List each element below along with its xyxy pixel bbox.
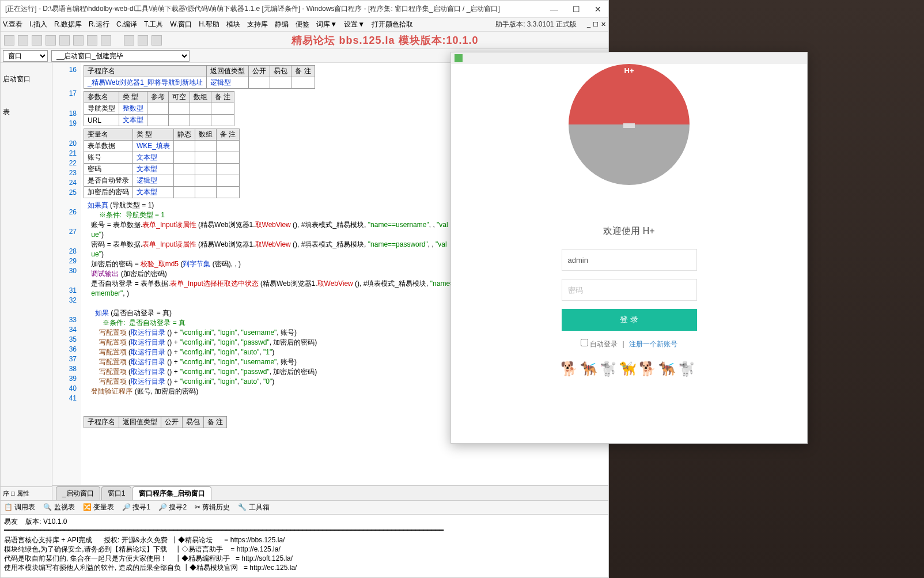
login-titlebar[interactable]: [451, 52, 807, 64]
menubar: V.查看 I.插入 R.数据库 R.运行 C.编译 T.工具 W.窗口 H.帮助…: [1, 18, 608, 32]
menu-support[interactable]: 支持库: [247, 20, 268, 29]
menu-note[interactable]: 便签: [296, 20, 309, 29]
tab-procset[interactable]: 窗口程序集_启动窗口: [132, 486, 211, 500]
tree-item[interactable]: 表: [3, 107, 50, 117]
tool-icon[interactable]: [59, 35, 70, 46]
maximize-button[interactable]: ☐: [570, 5, 582, 14]
tab-clip[interactable]: ✂ 剪辑历史: [195, 503, 230, 512]
tab-startup-window[interactable]: _启动窗口: [56, 486, 100, 500]
stop-icon[interactable]: [152, 35, 162, 46]
tool-icon[interactable]: [73, 35, 84, 46]
tab-vars[interactable]: 🔀 变量表: [83, 503, 114, 512]
login-window: H+ 欢迎使用 H+ 登 录 自动登录 | 注册一个新账号 🐕🐕‍🦺🐩🦮🐕🐕‍🦺…: [450, 52, 808, 444]
titlebar[interactable]: [正在运行] - D:\易语言编程\hddolby-web-dl工具\萌萌下载器…: [1, 1, 608, 18]
tool-icon[interactable]: [101, 35, 111, 46]
menu-dict[interactable]: 词库▼: [316, 20, 337, 29]
menu-window[interactable]: W.窗口: [170, 20, 192, 29]
menu-view[interactable]: V.查看: [3, 20, 22, 29]
tree-item[interactable]: 启动窗口: [3, 74, 50, 84]
mdi-min-icon[interactable]: _: [587, 21, 590, 28]
brand-avatar: H+: [569, 64, 690, 185]
proc-combo[interactable]: __启动窗口_创建完毕: [51, 50, 190, 62]
tool-icon[interactable]: [32, 35, 42, 46]
menu-compile[interactable]: C.编译: [116, 20, 137, 29]
password-input[interactable]: [562, 279, 697, 301]
menu-insert[interactable]: I.插入: [29, 20, 47, 29]
tab-toolbox[interactable]: 🔧 工具箱: [238, 503, 269, 512]
menu-help[interactable]: H.帮助: [199, 20, 219, 29]
titlebar-text: [正在运行] - D:\易语言编程\hddolby-web-dl工具\萌萌下载器…: [5, 4, 548, 14]
util-tabs: 📋 调用表 🔍 监视表 🔀 变量表 🔎 搜寻1 🔎 搜寻2 ✂ 剪辑历史 🔧 工…: [1, 500, 608, 514]
menu-run[interactable]: R.运行: [89, 20, 109, 29]
param-decl-table[interactable]: 参数名类 型参考可空数组备 注 导航类型整数型 URL文本型: [84, 91, 234, 126]
decorative-dogs: 🐕🐕‍🦺🐩🦮🐕🐕‍🦺🐩: [463, 361, 796, 377]
tab-search2[interactable]: 🔎 搜寻2: [158, 503, 187, 512]
tool-icon[interactable]: [4, 35, 14, 46]
tool-icon[interactable]: [18, 35, 28, 46]
scope-combo[interactable]: 窗口: [3, 50, 48, 62]
close-button[interactable]: ✕: [592, 5, 604, 14]
username-input[interactable]: [562, 249, 697, 271]
console-output[interactable]: 易友 版本: V10.1.0 ━━━━━━━━━━━━━━━━━━━━━━━━━…: [1, 514, 608, 577]
brand-text: H+: [624, 66, 634, 75]
welcome-text: 欢迎使用 H+: [463, 225, 796, 237]
gutter: 16 17 1819 2021222324 25 26 27 282930 31…: [52, 63, 81, 485]
tool-icon[interactable]: [46, 35, 56, 46]
toolbar: 精易论坛 bbs.125.la 模块版本:10.1.0: [1, 32, 608, 49]
mdi-max-icon[interactable]: ☐: [593, 21, 599, 28]
separator: |: [622, 340, 624, 348]
register-link[interactable]: 注册一个新账号: [629, 339, 677, 349]
tab-search1[interactable]: 🔎 搜寻1: [122, 503, 150, 512]
left-panel: 启动窗口 表 序 □ 属性: [1, 63, 52, 500]
pause-icon[interactable]: [138, 35, 148, 46]
menu-database[interactable]: R.数据库: [54, 20, 82, 29]
menu-module[interactable]: 模块: [226, 20, 240, 29]
banner-text: 精易论坛 bbs.125.la 模块版本:10.1.0: [165, 33, 605, 47]
menu-tools[interactable]: T.工具: [144, 20, 163, 29]
sub-decl-table-2[interactable]: 子程序名返回值类型公开易包备 注: [84, 416, 227, 428]
tab-calltable[interactable]: 📋 调用表: [4, 503, 35, 512]
app-icon: [455, 54, 463, 62]
tool-icon[interactable]: [87, 35, 97, 46]
menu-static[interactable]: 静编: [275, 20, 289, 29]
editor-tabs: _启动窗口 窗口1 窗口程序集_启动窗口: [52, 485, 608, 500]
tab-window1[interactable]: 窗口1: [101, 486, 132, 500]
mdi-close-icon[interactable]: ✕: [601, 21, 606, 28]
run-icon[interactable]: [124, 35, 134, 46]
tab-watch[interactable]: 🔍 监视表: [43, 503, 74, 512]
login-button[interactable]: 登 录: [562, 309, 697, 331]
var-decl-table[interactable]: 变量名类 型静态数组备 注 表单数据WKE_填表 账号文本型 密码文本型 是否自…: [84, 129, 240, 198]
left-tabs[interactable]: 序 □ 属性: [1, 486, 52, 500]
menu-settings[interactable]: 设置▼: [344, 20, 365, 29]
auto-login-checkbox[interactable]: 自动登录: [581, 339, 618, 349]
sub-decl-table[interactable]: 子程序名返回值类型公开易包备 注 _精易Web浏览器1_即将导航到新地址逻辑型: [84, 65, 315, 89]
menu-colorpick[interactable]: 打开颜色拾取: [372, 20, 413, 29]
minimize-button[interactable]: —: [548, 5, 560, 14]
helper-version: 助手版本: 3.3.0101 正式版: [495, 20, 577, 29]
